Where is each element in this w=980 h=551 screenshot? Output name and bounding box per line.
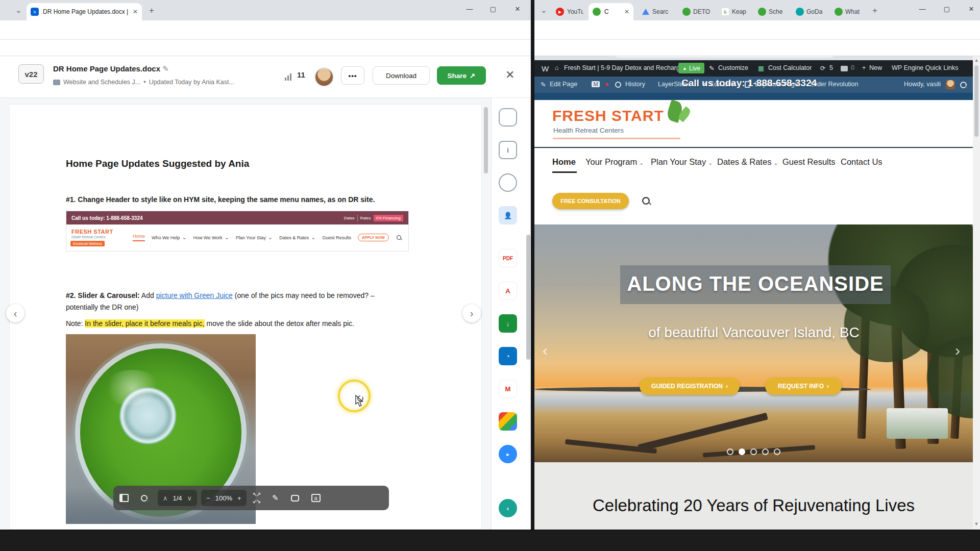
zoom-in-button[interactable]: + (237, 494, 241, 502)
new-tab-button[interactable]: + (872, 6, 877, 15)
pdf-tool-icon[interactable]: PDF (499, 249, 517, 267)
admin-avatar[interactable] (946, 80, 955, 89)
green-juice-link[interactable]: picture with Green Juice (156, 291, 233, 299)
collapse-panel-button[interactable]: ‹ (499, 499, 517, 517)
live-status-badge[interactable]: ▲Live (678, 63, 704, 73)
thumbnails-panel-icon[interactable] (119, 494, 129, 502)
updates-count[interactable]: 5 (829, 64, 833, 71)
tab-active-site[interactable]: C ✕ (589, 3, 633, 20)
collaborator-avatar[interactable] (314, 67, 334, 87)
download-button[interactable]: Download (373, 66, 430, 85)
next-page-arrow[interactable]: › (462, 304, 481, 322)
tab-schedule[interactable]: Sche (754, 3, 789, 20)
more-options-button[interactable]: ••• (341, 66, 364, 85)
google-apps-icon[interactable] (499, 412, 517, 431)
site-logo-text[interactable]: FRESH START (552, 107, 664, 124)
record-panel-icon[interactable] (499, 173, 517, 192)
menu-plan-your-stay[interactable]: Plan Your Stay⌄ (651, 157, 713, 167)
zoom-controls[interactable]: − 100% + (201, 490, 246, 506)
share-button[interactable]: Share↗ (437, 66, 486, 85)
tab-close-icon[interactable]: ✕ (133, 8, 138, 15)
view-count[interactable]: 11 (297, 70, 305, 79)
scroll-up-arrow[interactable]: ▲ (973, 56, 980, 63)
doc-scrollbar-thumb[interactable] (484, 107, 488, 173)
admin-search-icon[interactable] (960, 82, 967, 88)
close-preview-icon[interactable]: ✕ (505, 68, 514, 82)
comments-count[interactable]: 0 (851, 64, 854, 71)
zoom-app-icon[interactable]: ▸ (499, 445, 517, 463)
page-up-icon[interactable]: ∧ (163, 494, 168, 502)
slider-next-arrow[interactable]: › (955, 342, 960, 359)
tab-search-ads[interactable]: Searc (638, 3, 675, 20)
fullscreen-icon[interactable]: ↖↗↙↘ (253, 491, 260, 505)
free-consultation-button[interactable]: FREE CONSULTATION (552, 193, 629, 209)
maximize-button[interactable]: ▢ (482, 0, 504, 17)
tab-detox[interactable]: DETO (678, 3, 714, 20)
view-stats-icon[interactable] (285, 73, 293, 81)
text-annotation-icon[interactable]: a (311, 494, 321, 502)
tab-whatsapp[interactable]: What (830, 3, 865, 20)
tab-keap[interactable]: kKeap (717, 3, 751, 20)
menu-contact-us[interactable]: Contact Us (841, 157, 883, 167)
people-panel-icon-active[interactable]: 👤 (499, 206, 517, 224)
slide-dot-5[interactable] (774, 448, 780, 455)
tab-search-chevron-icon[interactable]: ⌄ (15, 6, 22, 14)
gmail-icon[interactable]: M (499, 380, 517, 398)
request-info-button[interactable]: REQUEST INFO› (765, 378, 842, 395)
minimize-button[interactable]: — (911, 0, 934, 17)
slider-dots[interactable] (724, 448, 783, 457)
admin-edit-page[interactable]: Edit Page (550, 81, 577, 88)
slide-dot-3[interactable] (750, 448, 757, 455)
maximize-button[interactable]: ▢ (936, 0, 958, 17)
menu-dates-rates[interactable]: Dates & Rates⌄ (717, 157, 778, 167)
chat-panel-icon[interactable] (499, 108, 517, 127)
admin-cost-calculator[interactable]: Cost Calculator (768, 64, 812, 71)
zoom-out-button[interactable]: − (206, 494, 210, 502)
find-in-document-icon[interactable] (141, 495, 148, 502)
annotate-icon[interactable]: ✎ (272, 493, 279, 503)
scroll-down-arrow[interactable]: ▼ (973, 521, 980, 527)
page-scrollbar[interactable]: ▲ ▼ (973, 56, 980, 530)
info-panel-icon[interactable]: i (499, 141, 517, 159)
close-window-button[interactable]: ✕ (506, 0, 529, 17)
tab-search-chevron-icon[interactable]: ⌄ (541, 6, 547, 14)
menu-your-program[interactable]: Your Program⌄ (585, 157, 644, 167)
left-active-tab[interactable]: b DR Home Page Updates.docx | ✕ (27, 3, 142, 20)
minimize-button[interactable]: — (458, 0, 481, 17)
site-search-icon[interactable] (642, 197, 650, 205)
slide-dot-4[interactable] (762, 448, 769, 455)
window-scrollbar-thumb[interactable] (526, 235, 530, 360)
admin-history[interactable]: History (625, 81, 645, 88)
version-badge[interactable]: v22 (18, 64, 44, 84)
comment-icon[interactable] (291, 495, 299, 502)
download-manager-icon[interactable]: ↓ (499, 314, 517, 333)
admin-howdy[interactable]: Howdy, vasili (904, 81, 941, 88)
menu-home[interactable]: Home (552, 157, 576, 167)
page-navigation[interactable]: ∧ 1/4 ∨ (158, 490, 197, 506)
tab-godaddy[interactable]: GoDa (792, 3, 827, 20)
slider-prev-arrow[interactable]: ‹ (543, 342, 548, 359)
admin-customize[interactable]: Customize (718, 64, 748, 71)
wp-logo-icon[interactable]: W (542, 64, 549, 73)
monarch-icon[interactable]: M (592, 81, 600, 87)
admin-wpe-quick-links[interactable]: WP Engine Quick Links (892, 64, 958, 71)
acrobat-icon[interactable]: A (499, 282, 517, 300)
previous-page-arrow[interactable]: ‹ (6, 304, 24, 322)
guided-registration-button[interactable]: GUIDED REGISTRATION› (640, 378, 740, 395)
embed-dates-link: Dates (341, 215, 357, 221)
tab-youtube[interactable]: ▶ YouTu (552, 3, 587, 20)
edit-link-icon[interactable]: ✎ (162, 64, 169, 73)
record-dot-icon[interactable]: ● (605, 81, 609, 88)
menu-guest-results[interactable]: Guest Results (782, 157, 836, 167)
new-tab-button[interactable]: + (149, 6, 154, 15)
folder-name[interactable]: Website and Schedules J... (63, 79, 140, 86)
scrollbar-thumb[interactable] (974, 65, 978, 137)
onedrive-icon[interactable]: ◔ (499, 347, 517, 365)
admin-site-name[interactable]: Fresh Start | 5-9 Day Detox and Recharge… (564, 64, 689, 71)
close-window-button[interactable]: ✕ (960, 0, 980, 17)
slide-dot-2-active[interactable] (739, 448, 745, 455)
tab-close-icon[interactable]: ✕ (624, 8, 629, 15)
slide-dot-1[interactable] (727, 448, 733, 455)
admin-new[interactable]: New (869, 64, 882, 71)
page-down-icon[interactable]: ∨ (187, 494, 192, 502)
